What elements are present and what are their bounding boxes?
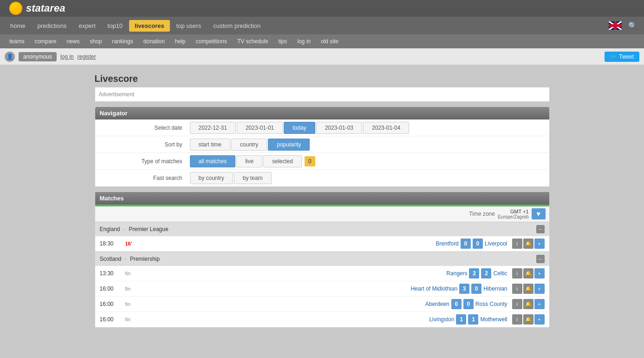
date-btn-2023-01-01[interactable]: 2023-01-01 — [237, 122, 283, 134]
subnav-item-competitions[interactable]: competitions — [191, 36, 232, 46]
match-teams: Livingston 1 1 Motherwell — [144, 314, 507, 325]
advertisement-box: Advertisement — [95, 87, 550, 102]
alert-button[interactable]: 🔔 — [523, 239, 533, 249]
team-home-hearts[interactable]: Heart of Midlothian — [410, 285, 457, 292]
league-separator: - — [124, 226, 125, 232]
team-away-liverpool[interactable]: Liverpool — [485, 240, 507, 247]
collapse-btn-england-pl[interactable]: − — [536, 225, 545, 233]
team-away-celtic[interactable]: Celtic — [493, 270, 507, 277]
timezone-row: Time zone GMT +1 Europe/Zagreb ▼ — [95, 206, 549, 222]
nav-item-home[interactable]: home — [5, 20, 31, 32]
match-status: fin — [125, 271, 144, 276]
nav-item-livescores[interactable]: livescores — [129, 20, 170, 32]
add-button[interactable]: + — [534, 299, 545, 309]
team-home-rangers[interactable]: Rangers — [446, 270, 467, 277]
collapse-btn-scotland-prem[interactable]: − — [536, 255, 545, 263]
alert-button[interactable]: 🔔 — [523, 314, 533, 325]
match-status: fin — [125, 286, 144, 292]
subnav-item-rankings[interactable]: rankings — [107, 36, 137, 46]
add-button[interactable]: + — [534, 284, 545, 294]
language-flag-icon[interactable] — [609, 21, 622, 30]
register-link[interactable]: register — [78, 53, 96, 60]
match-time: 16:00 — [100, 285, 125, 292]
info-button[interactable]: i — [512, 239, 522, 249]
search-btn-by-country[interactable]: by country — [190, 172, 233, 184]
subnav-item-compare[interactable]: compare — [30, 36, 61, 46]
search-button[interactable]: 🔍 — [626, 20, 639, 32]
info-button[interactable]: i — [512, 299, 522, 309]
alert-button[interactable]: 🔔 — [523, 268, 533, 278]
subnav-item-help[interactable]: help — [170, 36, 190, 46]
league-title-england-pl: England - Premier League — [100, 226, 169, 232]
team-home-livingston[interactable]: Livingston — [429, 316, 454, 323]
team-home-aberdeen[interactable]: Aberdeen — [425, 301, 449, 307]
nav-item-top10[interactable]: top10 — [102, 20, 129, 32]
nav-item-custom-prediction[interactable]: custom prediction — [208, 20, 266, 32]
nav-item-expert[interactable]: expert — [73, 20, 101, 32]
type-btn-all-matches[interactable]: all matches — [190, 155, 236, 167]
alert-button[interactable]: 🔔 — [523, 284, 533, 294]
date-btn-2022-12-31[interactable]: 2022-12-31 — [190, 122, 236, 134]
info-button[interactable]: i — [512, 268, 522, 278]
tweet-button[interactable]: 🐦 Tweet — [605, 52, 639, 62]
date-btn-today[interactable]: today — [284, 122, 315, 134]
subnav-item-tv-schedule[interactable]: TV schedule — [233, 36, 273, 46]
date-btn-2023-01-04[interactable]: 2023-01-04 — [363, 122, 409, 134]
timezone-label: Time zone — [469, 211, 495, 217]
team-home-brentford[interactable]: Brentford — [436, 240, 458, 247]
team-away-ross-county[interactable]: Ross County — [475, 301, 507, 307]
nav-item-predictions[interactable]: predictions — [32, 20, 72, 32]
alert-button[interactable]: 🔔 — [523, 299, 533, 309]
league-separator-2: - — [125, 256, 127, 262]
type-matches-row: Type of matches all matches live selecte… — [95, 153, 549, 170]
timezone-value: GMT +1 Europe/Zagreb — [498, 209, 529, 219]
add-button[interactable]: + — [534, 268, 545, 278]
add-button[interactable]: + — [534, 239, 545, 249]
twitter-icon: 🐦 — [610, 53, 617, 60]
sort-btn-country[interactable]: country — [231, 139, 267, 151]
logo-container[interactable]: statarea — [9, 2, 65, 15]
league-country-scotland: Scotland — [100, 256, 122, 262]
sort-btn-popularity[interactable]: popularity — [268, 139, 310, 151]
subnav-item-teams[interactable]: teams — [5, 36, 29, 46]
subnav-item-news[interactable]: news — [62, 36, 84, 46]
sort-btn-start-time[interactable]: start time — [190, 139, 230, 151]
type-btn-selected[interactable]: selected — [263, 155, 302, 167]
topbar: statarea — [0, 0, 644, 17]
content-area: Livescore Advertisement Navigator Select… — [90, 65, 554, 332]
timezone-dropdown-button[interactable]: ▼ — [532, 208, 546, 219]
anonymous-badge: anonymous — [19, 52, 57, 61]
sort-options: start time country popularity — [188, 137, 549, 152]
subnav-item-login[interactable]: log in — [293, 36, 315, 46]
team-away-motherwell[interactable]: Motherwell — [480, 316, 507, 323]
tweet-label: Tweet — [619, 53, 634, 60]
sort-by-row: Sort by start time country popularity — [95, 136, 549, 153]
league-name-prem: Premiership — [130, 256, 160, 262]
subnav-item-old-site[interactable]: old site — [316, 36, 343, 46]
date-btn-2023-01-03[interactable]: 2023-01-03 — [316, 122, 362, 134]
matches-header: Matches — [95, 192, 549, 205]
score-home: 3 — [459, 284, 469, 294]
subnav-item-tips[interactable]: tips — [274, 36, 292, 46]
info-button[interactable]: i — [512, 284, 522, 294]
score-away: 0 — [473, 239, 483, 249]
nav-item-top-users[interactable]: top users — [171, 20, 207, 32]
logo-icon — [9, 2, 22, 15]
timezone-region: Europe/Zagreb — [498, 214, 529, 219]
sort-by-label: Sort by — [95, 139, 188, 151]
match-time: 18:30 — [100, 240, 125, 247]
team-away-hibernian[interactable]: Hibernian — [483, 285, 507, 292]
login-link[interactable]: log in — [60, 53, 74, 60]
subnav-item-donation[interactable]: donation — [139, 36, 169, 46]
flag-vertical — [614, 21, 617, 30]
info-button[interactable]: i — [512, 314, 522, 325]
search-btn-by-team[interactable]: by team — [234, 172, 272, 184]
score-away: 2 — [481, 268, 491, 278]
add-button[interactable]: + — [534, 314, 545, 325]
type-btn-live[interactable]: live — [236, 155, 262, 167]
match-time: 16:00 — [100, 316, 125, 323]
fast-search-row: Fast search by country by team — [95, 170, 549, 186]
match-teams: Brentford 0 0 Liverpool — [144, 239, 507, 249]
match-row: 18:30 16' Brentford 0 0 Liverpool i 🔔 + — [95, 236, 549, 252]
subnav-item-shop[interactable]: shop — [85, 36, 106, 46]
